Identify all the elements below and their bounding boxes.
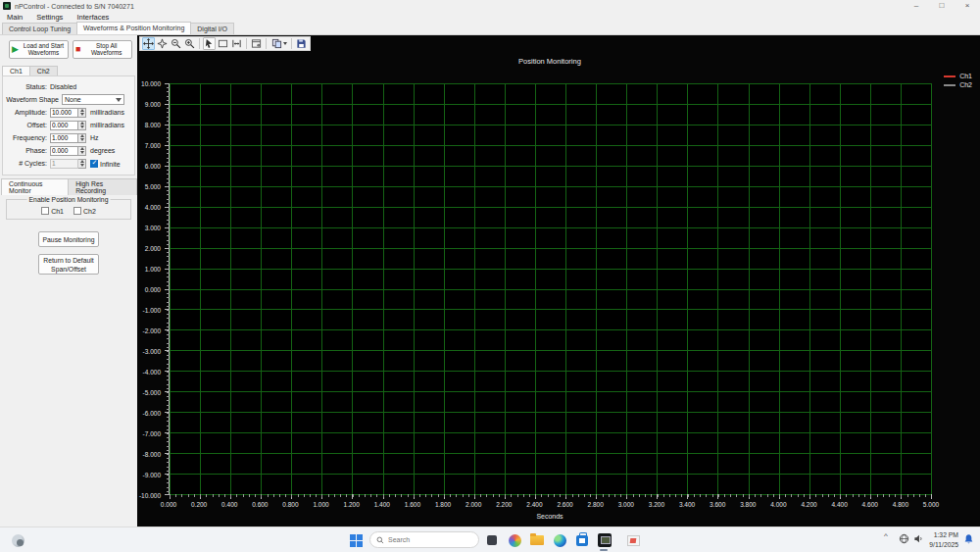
- v-gridline: [565, 83, 566, 494]
- window-controls: – □ ×: [904, 0, 980, 12]
- pause-monitoring-button[interactable]: Pause Monitoring: [38, 231, 99, 247]
- frequency-stepper[interactable]: [78, 133, 86, 143]
- start-button[interactable]: [348, 532, 364, 548]
- plot-toolbar: [139, 36, 311, 51]
- x-tick-label: 0.200: [191, 501, 207, 508]
- offset-input[interactable]: [50, 121, 78, 130]
- maximize-button[interactable]: □: [929, 0, 955, 12]
- plot-area[interactable]: [169, 83, 931, 495]
- legend-label: Ch1: [959, 73, 972, 79]
- copilot-icon[interactable]: [507, 532, 522, 548]
- v-gridline: [200, 83, 201, 494]
- network-icon[interactable]: [899, 533, 911, 546]
- tab-high-res-recording[interactable]: High Res Recording: [68, 178, 137, 195]
- copy-dropdown-icon[interactable]: [283, 42, 287, 45]
- tray-clock[interactable]: 1:32 PM 9/11/2025: [929, 530, 958, 550]
- channel-tab-page: Status: Disabled Waveform Shape None Amp…: [2, 75, 135, 176]
- tab-ch2[interactable]: Ch2: [29, 66, 58, 75]
- stop-icon: ■: [75, 45, 80, 54]
- menu-settings[interactable]: Settings: [29, 12, 70, 23]
- box-zoom-icon[interactable]: [217, 37, 229, 50]
- y-tick-label: 0.000: [145, 286, 161, 293]
- phase-input[interactable]: [50, 146, 78, 156]
- active-app-indicator: [600, 549, 608, 551]
- cycles-label: # Cycles:: [5, 160, 50, 167]
- window-title: nPControl - Connected to S/N 7040271: [15, 3, 134, 10]
- x-tick-label: 4.200: [801, 501, 816, 508]
- y-tick-label: 5.000: [145, 183, 161, 190]
- enable-ch2-checkbox[interactable]: [74, 207, 81, 215]
- amplitude-input[interactable]: [50, 108, 78, 118]
- frequency-input[interactable]: [50, 133, 78, 143]
- store-icon[interactable]: [574, 532, 590, 548]
- zoom-select-icon[interactable]: [156, 37, 169, 50]
- tab-control-loop-tuning[interactable]: Control Loop Tuning: [2, 23, 77, 34]
- copy-plot-icon[interactable]: [270, 37, 288, 50]
- pan-icon[interactable]: [142, 37, 155, 50]
- remote-viewer-icon[interactable]: [625, 532, 641, 548]
- y-tick-label: -1.000: [143, 307, 161, 314]
- h-gridline: [170, 350, 931, 351]
- zoom-in-icon[interactable]: [183, 37, 196, 50]
- amplitude-stepper[interactable]: [78, 108, 86, 118]
- x-tick-label: 1.600: [405, 501, 420, 508]
- y-tick-label: 9.000: [145, 101, 161, 108]
- x-axis-labels: 0.0000.2000.4000.6000.8001.0001.2001.400…: [169, 495, 931, 509]
- tab-continuous-monitor[interactable]: Continuous Monitor: [1, 178, 69, 195]
- task-view-icon[interactable]: [484, 532, 500, 548]
- tray-chevron-icon[interactable]: ^: [884, 531, 888, 540]
- waveform-shape-select[interactable]: None: [62, 94, 124, 105]
- titlebar: nPControl - Connected to S/N 7040271 – □…: [0, 0, 980, 12]
- cycles-input[interactable]: [50, 159, 78, 169]
- tab-digital-io[interactable]: Digital I/O: [190, 23, 234, 34]
- file-explorer-icon[interactable]: [529, 532, 545, 548]
- tab-waveforms-position-monitoring[interactable]: Waveforms & Position Monitoring: [76, 22, 191, 34]
- y-tick-label: -4.000: [143, 369, 161, 376]
- stop-all-waveforms-button[interactable]: ■ Stop All Waveforms: [73, 40, 132, 59]
- cycles-stepper[interactable]: [78, 159, 86, 169]
- v-gridline: [444, 83, 445, 494]
- plot-settings-icon[interactable]: [250, 37, 263, 50]
- edge-icon[interactable]: [552, 532, 567, 548]
- legend-item-ch2[interactable]: Ch2: [944, 80, 972, 89]
- x-tick-label: 4.400: [831, 501, 847, 508]
- x-tick-label: 2.000: [466, 501, 481, 508]
- menu-main[interactable]: Main: [0, 12, 29, 23]
- close-button[interactable]: ×: [955, 0, 980, 12]
- h-gridline: [170, 269, 931, 270]
- v-gridline: [809, 83, 810, 494]
- x-tick-label: 3.800: [740, 501, 756, 508]
- phase-stepper[interactable]: [78, 146, 86, 156]
- cursor-icon[interactable]: [203, 37, 216, 50]
- enable-ch1-checkbox[interactable]: [41, 207, 49, 215]
- save-plot-icon[interactable]: [295, 37, 308, 50]
- toolbar-separator: [266, 38, 267, 49]
- y-axis-labels: 10.0009.0008.0007.0006.0005.0004.0003.00…: [137, 83, 167, 495]
- offset-stepper[interactable]: [78, 121, 86, 130]
- infinite-checkbox[interactable]: [90, 160, 98, 168]
- load-start-waveforms-button[interactable]: ▶ Load and Start Waveforms: [9, 40, 69, 59]
- x-tick-label: 4.800: [893, 501, 908, 508]
- notification-bell-icon[interactable]: [963, 533, 974, 545]
- weather-icon[interactable]: [10, 532, 25, 548]
- taskbar: ^ 1:32 PM 9/11/2025: [0, 527, 980, 552]
- zoom-out-icon[interactable]: [170, 37, 182, 50]
- y-tick-label: -5.000: [143, 389, 161, 396]
- minimize-button[interactable]: –: [904, 0, 929, 12]
- search-input[interactable]: [388, 536, 457, 543]
- tab-ch1[interactable]: Ch1: [2, 66, 30, 75]
- search-box[interactable]: [369, 531, 479, 548]
- v-gridline: [230, 83, 231, 494]
- h-gridline: [170, 329, 931, 330]
- screen: nPControl - Connected to S/N 7040271 – □…: [0, 0, 980, 552]
- y-tick-label: 1.000: [145, 266, 161, 273]
- cursor-pair-icon[interactable]: [230, 37, 243, 50]
- legend-item-ch1[interactable]: Ch1: [944, 72, 972, 80]
- h-gridline: [170, 371, 931, 372]
- v-gridline: [170, 83, 171, 494]
- npcontrol-app-icon[interactable]: [597, 532, 612, 548]
- y-tick-label: -2.000: [143, 327, 161, 334]
- v-gridline: [779, 83, 780, 494]
- return-default-span-offset-button[interactable]: Return to Default Span/Offset: [38, 254, 99, 275]
- volume-icon[interactable]: [913, 533, 926, 546]
